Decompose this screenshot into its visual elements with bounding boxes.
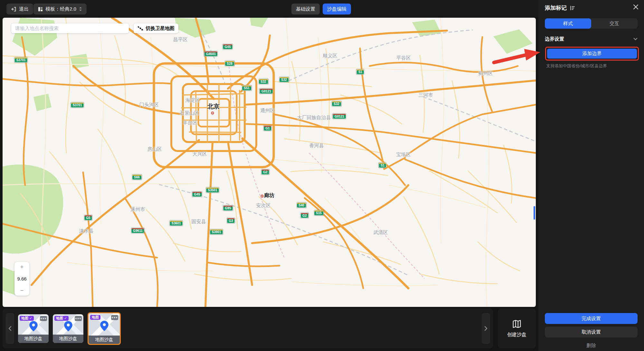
pin-icon [100, 321, 109, 331]
zoom-level-value: 9.66 [17, 276, 26, 281]
scroll-left-button[interactable] [6, 313, 14, 344]
sandbox-thumbnail[interactable]: 地图 ✓●●●地图沙盘 [18, 314, 49, 343]
road-shield: S1 [356, 69, 364, 75]
road-shield: G0121 [260, 89, 273, 94]
city-label: 廊坊 [264, 192, 274, 199]
map-type-badge: 地图 ✓ [20, 316, 34, 321]
road-shield: G9611 [131, 228, 144, 233]
road-shield: S40 [297, 203, 306, 208]
panel-tabs: 样式 交互 [545, 18, 638, 29]
pin-icon [29, 321, 38, 331]
road-shield: G45 [223, 44, 233, 50]
road-shield: G2 [300, 213, 308, 218]
highlight-box: 添加边界 [545, 47, 639, 61]
zoom-in-button[interactable]: + [20, 264, 24, 270]
thumbnail-strip: 地图 ✓●●●地图沙盘地图 ✓●●●地图沙盘地图●●●地图沙盘 [3, 308, 493, 348]
road-shield: G3 [227, 218, 235, 223]
map-type-badge: 地图 ✓ [54, 316, 69, 321]
sandbox-edit-button[interactable]: 沙盘编辑 [323, 4, 351, 14]
map-book-icon [512, 319, 522, 329]
map-type-badge: 地图 [90, 315, 100, 320]
road-shield: S66 [132, 175, 142, 180]
road-shield: S51 [242, 85, 251, 91]
road-shield: S15 [314, 210, 324, 216]
zoom-control: + 9.66 − [14, 262, 29, 296]
sandbox-thumbnail[interactable]: 地图 ✓●●●地图沙盘 [53, 314, 83, 343]
tab-interaction-label: 交互 [610, 21, 619, 27]
sandbox-thumbnail[interactable]: 地图●●●地图沙盘 [88, 312, 121, 345]
create-sandbox-label: 创建沙盘 [507, 332, 526, 338]
add-boundary-button[interactable]: 添加边界 [547, 49, 637, 59]
exit-button[interactable]: 退出 [6, 4, 33, 14]
city-marker-icon [211, 112, 214, 115]
map-roads [3, 18, 536, 307]
scroll-right-button[interactable] [482, 313, 490, 344]
add-boundary-label: 添加边界 [582, 51, 602, 57]
template-selector[interactable]: 模板：经典2.0 [33, 4, 87, 14]
road-shield: G95 [223, 205, 233, 211]
boundary-settings-header[interactable]: 边界设置 [545, 35, 638, 43]
tab-style[interactable]: 样式 [545, 18, 591, 29]
thumbnail-label: 地图沙盘 [18, 335, 49, 343]
thumbnail-list: 地图 ✓●●●地图沙盘地图 ✓●●●地图沙盘地图●●●地图沙盘 [18, 312, 121, 345]
template-label: 模板：经典2.0 [45, 6, 76, 12]
road-shield: S28 [225, 61, 234, 66]
template-icon [38, 7, 43, 12]
boundary-helper-text: 支持添加中国省份/城市/区县边界 [546, 63, 607, 69]
road-shield: G5 [84, 215, 92, 221]
road-shield: G1 [263, 126, 271, 131]
layer-list-icon[interactable] [570, 5, 575, 11]
tab-style-label: 样式 [563, 21, 573, 27]
delete-label: 删除 [586, 343, 596, 349]
sandbox-edit-label: 沙盘编辑 [327, 6, 346, 12]
road-shield: S32 [279, 77, 289, 82]
road-shield: S3901 [210, 229, 223, 235]
search-placeholder: 请输入地点名称搜索 [15, 25, 59, 32]
chevron-down-icon [633, 38, 638, 41]
road-shield: S3601 [170, 221, 183, 226]
road-shield: S3701 [71, 102, 84, 108]
satellite-icon [137, 25, 143, 31]
cancel-settings-label: 取消设置 [582, 329, 601, 335]
more-options-button[interactable]: ●●● [75, 316, 82, 321]
more-options-button[interactable]: ●●● [111, 315, 118, 320]
finish-settings-label: 完成设置 [582, 316, 601, 322]
city-label: 北京 [207, 102, 220, 111]
road-shield: S32 [259, 79, 268, 84]
basic-settings-button[interactable]: 基础设置 [291, 4, 320, 14]
zoom-out-button[interactable]: − [20, 288, 24, 293]
thumbnail-label: 地图沙盘 [89, 336, 120, 344]
settings-panel: 添加标记 样式 交互 边界设置 添加边界 支持添加中国省份/城市/区县边界 完成… [538, 0, 644, 351]
road-shield: S1 [379, 163, 386, 168]
road-shield: S3701 [14, 57, 28, 63]
map-canvas[interactable]: 昌平区顺义区平谷区蓟州区三河市海淀区门头沟区石景山区通州区大厂回族自治县丰台区香… [3, 18, 536, 307]
delete-button[interactable]: 删除 [545, 340, 638, 351]
panel-title: 添加标记 [545, 4, 567, 12]
basic-settings-label: 基础设置 [296, 6, 315, 12]
thumbnail-label: 地图沙盘 [53, 335, 83, 343]
finish-settings-button[interactable]: 完成设置 [545, 313, 638, 324]
chevron-left-icon [8, 326, 12, 331]
road-shield: G4501 [204, 51, 218, 57]
search-input[interactable]: 请输入地点名称搜索 [11, 24, 129, 33]
exit-label: 退出 [19, 6, 29, 12]
create-sandbox-button[interactable]: 创建沙盘 [498, 308, 536, 348]
panel-title-row: 添加标记 [545, 4, 575, 12]
city-marker-icon [261, 195, 264, 198]
road-shield: G2 [261, 169, 269, 175]
close-icon[interactable] [633, 5, 638, 9]
chevron-updown-icon [79, 7, 82, 11]
road-shield: S32 [332, 101, 341, 107]
chevron-right-icon [484, 326, 488, 331]
road-shield: S3501 [206, 187, 219, 193]
exit-icon [11, 6, 16, 12]
more-options-button[interactable]: ●●● [40, 316, 47, 321]
road-shield: G0121 [333, 114, 346, 119]
pin-icon [64, 321, 72, 331]
map-scrollbar-thumb[interactable] [534, 206, 535, 220]
boundary-settings-label: 边界设置 [545, 36, 564, 42]
satellite-toggle-button[interactable]: 切换卫星地图 [134, 24, 178, 33]
cancel-settings-button[interactable]: 取消设置 [545, 327, 638, 337]
tab-interaction[interactable]: 交互 [591, 18, 638, 29]
top-header: 退出 模板：经典2.0 基础设置 沙盘编辑 [0, 0, 538, 18]
